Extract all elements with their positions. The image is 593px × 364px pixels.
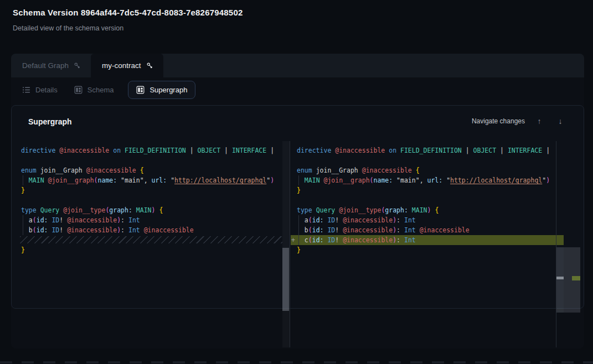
board-icon (74, 86, 82, 94)
tab-details[interactable]: Details (22, 86, 58, 94)
diff-gap-hatch (17, 235, 282, 245)
added-line-extension (556, 235, 564, 245)
navigate-previous-change-button[interactable]: ↑ (533, 115, 546, 128)
code-line: } (17, 185, 282, 195)
tab-schema[interactable]: Schema (74, 86, 114, 94)
variant-icon (146, 62, 153, 69)
code-line: } (17, 245, 282, 255)
indent-guide (23, 175, 23, 185)
graph-tab-bar: Default Graph my-contract (11, 54, 584, 77)
navigate-next-change-button[interactable]: ↓ (554, 115, 567, 128)
page-subtitle: Detailed view of the schema version (13, 24, 123, 32)
code-line: type Query @join__type(graph: MAIN) { (17, 205, 282, 215)
code-line: directive @inaccessible on FIELD_DEFINIT… (291, 145, 556, 155)
indent-guide (298, 175, 299, 185)
indent-guide (23, 215, 23, 225)
bottom-dashed-divider (0, 361, 593, 363)
view-tab-label: Supergraph (149, 86, 187, 94)
code-line: } (291, 245, 556, 255)
tab-default-graph[interactable]: Default Graph (11, 54, 91, 77)
code-line (17, 195, 282, 205)
tab-label: Default Graph (22, 61, 69, 70)
page-title: Schema Version 8964af44-7dc5-47cd-8083-7… (13, 8, 243, 17)
added-code-line: c(id: ID! @inaccessible): Int+ (291, 235, 556, 245)
code-line: enum join__Graph @inaccessible { (17, 165, 282, 175)
left-scrollbar[interactable] (282, 248, 289, 311)
board-icon (136, 86, 145, 94)
code-line (17, 155, 282, 165)
panel-title: Supergraph (28, 117, 72, 126)
diff-editor-right-pane[interactable]: directive @inaccessible on FIELD_DEFINIT… (291, 141, 556, 317)
diff-editor-sash[interactable] (290, 141, 290, 347)
code-line: b(id: ID! @inaccessible): Int @inaccessi… (291, 225, 556, 235)
arrow-up-icon: ↑ (538, 117, 542, 126)
tab-my-contract[interactable]: my-contract (91, 54, 163, 77)
code-line: MAIN @join__graph(name: "main", url: "ht… (291, 175, 556, 185)
indent-guide (298, 225, 299, 235)
diff-editor-left-pane[interactable]: directive @inaccessible on FIELD_DEFINIT… (17, 141, 282, 317)
indent-guide (23, 225, 23, 235)
tab-label: my-contract (102, 61, 141, 70)
tab-supergraph[interactable]: Supergraph (128, 81, 195, 99)
code-line: } (291, 185, 556, 195)
code-line (291, 155, 556, 165)
code-line: enum join__Graph @inaccessible { (291, 165, 556, 175)
view-tab-label: Schema (87, 86, 114, 94)
modified-line-marker (556, 277, 564, 279)
view-tab-label: Details (35, 86, 58, 94)
code-line: MAIN @join__graph(name: "main", url: "ht… (17, 175, 282, 185)
navigate-changes-label: Navigate changes (472, 117, 525, 125)
code-line (291, 195, 556, 205)
list-icon (22, 86, 30, 94)
right-scrollbar[interactable] (556, 247, 564, 313)
added-line-plus-icon: + (291, 235, 295, 245)
code-line: a(id: ID! @inaccessible): Int (291, 215, 556, 225)
code-line: type Query @join__type(graph: MAIN) { (291, 205, 556, 215)
code-line: b(id: ID! @inaccessible): Int @inaccessi… (17, 225, 282, 235)
view-tab-bar: Details Schema Supergraph (11, 77, 584, 102)
code-line: a(id: ID! @inaccessible): Int (17, 215, 282, 225)
left-scrollbar-track (282, 141, 290, 347)
navigate-changes-controls: Navigate changes ↑ ↓ (472, 115, 567, 128)
added-line-marker (572, 276, 580, 280)
code-line: directive @inaccessible on FIELD_DEFINIT… (17, 145, 282, 155)
variant-icon (74, 62, 81, 69)
indent-guide (298, 215, 299, 225)
arrow-down-icon: ↓ (559, 117, 563, 126)
right-pane-edge (556, 141, 556, 347)
indent-guide (298, 235, 299, 245)
